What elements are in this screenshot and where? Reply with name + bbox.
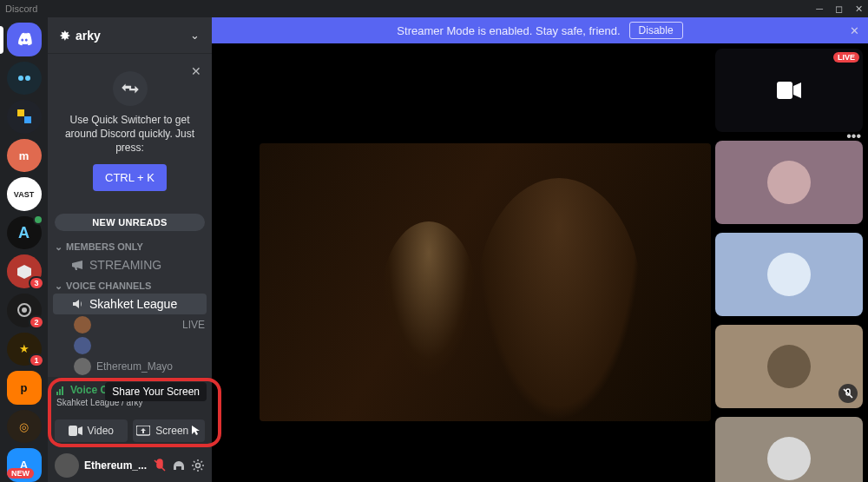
server-gears[interactable]: ◎ [7,410,42,444]
discord-icon [15,30,34,49]
server-obs[interactable]: 2 [7,294,42,327]
share-screen-tooltip: Share Your Screen [105,382,207,401]
window-minimize[interactable]: ─ [816,3,823,15]
unread-badge: 2 [29,315,43,329]
avatar [74,316,91,333]
vc-member[interactable]: Ethereum_Mayo [48,356,212,377]
video-figure [477,178,641,421]
new-unreads-pill[interactable]: NEW UNREADS [55,214,205,231]
quick-switcher-text: Use Quick Switcher to get around Discord… [63,113,196,155]
voice-panel: Voice Connected Skahket League / arky Sh… [48,377,212,449]
participant-tile[interactable] [715,233,863,316]
svg-point-12 [196,463,201,467]
category-voice[interactable]: ⌄VOICE CHANNELS [48,275,212,294]
robot-icon [15,69,34,88]
puzzle-icon [15,107,34,126]
signal-icon [56,385,67,395]
avatar [74,358,91,375]
vc-member[interactable]: LIVE [48,314,212,335]
app-title: Discord [5,3,37,14]
server-list: m VAST A 3 2 ★ 1 p ◎ A NEW [0,17,48,482]
svg-point-0 [18,76,23,81]
announcement-icon [70,258,84,272]
server-vast[interactable]: VAST [7,177,42,211]
server-name: arky [76,29,101,43]
chevron-down-icon: ⌄ [55,241,62,253]
server-p[interactable]: p [7,371,42,405]
server-a[interactable]: A [7,216,42,250]
deafen-icon[interactable] [172,459,186,472]
server-hex[interactable]: 3 [7,254,42,288]
category-members-only[interactable]: ⌄MEMBERS ONLY [48,236,212,254]
screen-share-icon [136,426,150,436]
vc-member[interactable] [48,335,212,356]
quick-switcher-tip: ✕ Use Quick Switcher to get around Disco… [55,61,205,201]
streamer-mode-banner: Streamer Mode is enabled. Stay safe, fri… [212,17,868,43]
cursor-icon [192,426,201,436]
settings-icon[interactable] [191,459,205,472]
screen-button[interactable]: Screen [133,419,206,442]
chevron-down-icon: ⌄ [190,29,200,42]
mic-mute-icon [838,384,858,403]
svg-point-1 [25,76,30,81]
server-puzzle[interactable] [7,100,42,134]
avatar [767,345,811,388]
mic-mute-icon[interactable] [153,459,167,472]
speaker-icon [70,297,84,311]
unread-badge: 1 [29,353,43,367]
participant-tile[interactable] [715,325,863,408]
vc-member-name: Ethereum_Mayo [96,360,173,373]
live-badge: LIVE [833,52,859,63]
swap-icon [113,71,148,106]
status-dot [33,215,43,225]
video-button[interactable]: Video [55,419,128,442]
voice-channel-skahket[interactable]: Skahket League [53,294,207,314]
svg-rect-10 [69,426,77,436]
video-icon [777,82,801,99]
window-close[interactable]: ✕ [855,3,863,15]
quick-switcher-button[interactable]: CTRL + K [93,164,167,191]
close-icon[interactable]: ✕ [850,24,859,37]
svg-rect-8 [59,389,61,395]
new-pill: NEW [7,468,34,479]
banner-text: Streamer Mode is enabled. Stay safe, fri… [397,24,620,37]
participant-tile[interactable]: LIVE ••• [715,49,863,132]
svg-rect-9 [62,386,63,395]
video-figure [381,221,477,378]
server-bot[interactable] [7,62,42,96]
channel-streaming[interactable]: STREAMING [53,254,207,275]
window-maximize[interactable]: ◻ [835,3,843,15]
participant-tile[interactable] [715,417,863,482]
server-header[interactable]: ✸arky ⌄ [48,17,212,54]
close-icon[interactable]: ✕ [191,64,201,78]
svg-point-6 [22,307,27,313]
unread-badge: 3 [29,276,43,290]
svg-rect-2 [17,109,24,116]
svg-rect-7 [56,392,58,395]
video-stage[interactable]: LIVE ••• [212,43,868,482]
svg-rect-13 [777,82,792,99]
banner-disable-button[interactable]: Disable [629,22,683,39]
main-stream-video[interactable] [260,143,711,421]
avatar [767,161,811,204]
participant-tiles: LIVE ••• [715,49,863,482]
avatar [767,253,811,296]
username: Ethereum_... [84,459,148,472]
channel-sidebar: ✸arky ⌄ ✕ Use Quick Switcher to get arou… [48,17,212,482]
svg-marker-4 [17,265,31,279]
user-area: Ethereum_... [48,449,212,482]
verified-icon: ✸ [60,29,70,43]
svg-rect-3 [24,116,31,123]
participant-tile[interactable] [715,141,863,224]
server-star[interactable]: ★ 1 [7,333,42,366]
avatar[interactable] [55,453,79,478]
chevron-down-icon: ⌄ [55,281,62,292]
live-badge: LIVE [182,319,205,331]
avatar [74,337,91,354]
video-icon [69,426,82,436]
main-area: Streamer Mode is enabled. Stay safe, fri… [212,17,868,482]
server-m[interactable]: m [7,139,42,173]
home-button[interactable] [7,23,42,56]
avatar [767,437,811,480]
